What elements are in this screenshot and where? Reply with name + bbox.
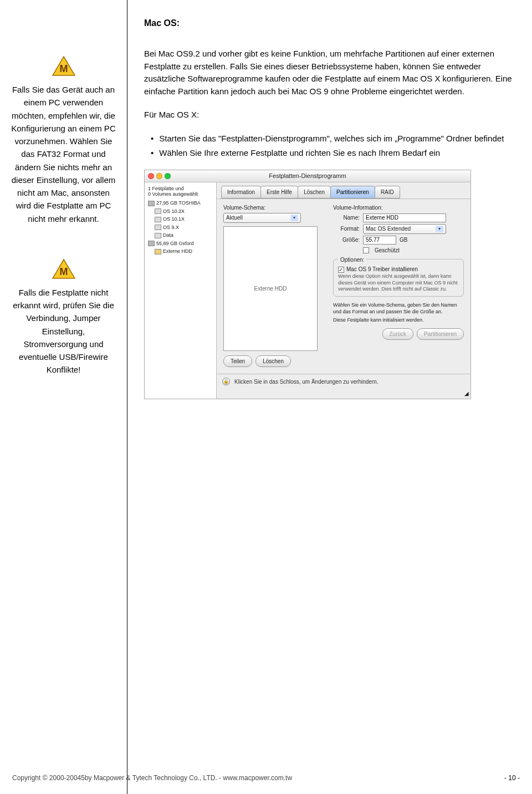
bullet-2: Wählen Sie Ihre externe Festplatte und r… — [159, 147, 440, 160]
device-row[interactable]: 27,95 GB TOSHIBA — [148, 200, 213, 207]
volume-row[interactable]: OS 10.1X — [155, 216, 213, 223]
section-heading: Mac OS: — [144, 17, 520, 30]
format-select[interactable]: Mac OS Extended▾ — [363, 224, 446, 234]
sidebar-note-1: Falls Sie das Gerät auch an einem PC ver… — [10, 83, 117, 225]
volume-icon — [155, 249, 161, 255]
volume-icon — [155, 233, 161, 238]
resize-handle-icon[interactable]: ◢ — [217, 389, 470, 399]
hint-text-2: Diese Festplatte kann initialisiert werd… — [333, 317, 464, 324]
delete-button[interactable]: Löschen — [255, 355, 291, 367]
selection-summary: 1 Festplatte und0 Volumes ausgewählt — [148, 186, 213, 198]
volume-icon — [155, 208, 161, 214]
volume-icon — [155, 217, 161, 222]
tab-raid[interactable]: RAID — [375, 186, 400, 198]
volume-row[interactable]: OS 9.X — [155, 224, 213, 232]
page-number: - 10 - — [504, 774, 520, 782]
sidebar-note-2: Falls die Festplatte nicht erkannt wird,… — [10, 286, 117, 376]
options-title: Optionen: — [338, 257, 366, 263]
name-label: Name: — [333, 213, 360, 222]
bullet-icon: • — [151, 133, 154, 145]
size-input[interactable] — [363, 236, 396, 245]
tab-information[interactable]: Information — [221, 186, 261, 198]
size-unit: GB — [400, 236, 407, 244]
lock-text: Klicken Sie in das Schloss, um Änderunge… — [234, 378, 378, 386]
svg-text:M: M — [59, 266, 68, 277]
tab-loeschen[interactable]: Löschen — [298, 186, 331, 198]
chevron-updown-icon: ▾ — [436, 226, 443, 232]
volume-schema-label: Volume-Schema: — [223, 203, 329, 212]
format-label: Format: — [333, 225, 360, 233]
svg-text:M: M — [59, 63, 68, 74]
drive-icon — [148, 201, 155, 206]
volume-info-label: Volume-Information: — [333, 203, 464, 212]
volume-icon — [155, 225, 161, 230]
volume-row[interactable]: OS 10.2X — [155, 208, 213, 216]
protected-label: Geschützt — [375, 246, 400, 255]
os9-driver-desc: Wenn diese Option nicht ausgewählt ist, … — [338, 273, 459, 293]
partition-button[interactable]: Partitionieren — [417, 328, 464, 340]
lock-icon[interactable]: 🔒 — [222, 378, 230, 385]
name-input[interactable] — [363, 213, 446, 222]
chevron-updown-icon: ▾ — [290, 215, 298, 221]
back-button[interactable]: Zurück — [382, 328, 414, 340]
disk-utility-window: Festplatten-Dienstprogramm 1 Festplatte … — [144, 170, 471, 399]
window-title: Festplatten-Dienstprogramm — [145, 171, 470, 181]
volume-row[interactable]: Externe HDD — [155, 248, 213, 256]
size-label: Größe: — [333, 236, 360, 244]
os9-driver-checkbox[interactable] — [338, 267, 344, 273]
paragraph-intro: Bei Mac OS9.2 und vorher gibt es keine F… — [144, 48, 520, 98]
drive-icon — [148, 241, 155, 246]
volume-schema-select[interactable]: Aktuell▾ — [223, 213, 301, 223]
volume-row[interactable]: Data — [155, 232, 213, 240]
os9-driver-label: Mac OS 9 Treiber installieren — [346, 266, 418, 272]
bullet-icon: • — [151, 147, 154, 160]
footer-copyright: Copyright © 2000-20045by Macpower & Tyte… — [12, 774, 292, 782]
split-button[interactable]: Teilen — [223, 355, 252, 367]
partition-preview[interactable]: Externe HDD — [223, 226, 318, 351]
device-row[interactable]: 55,89 GB Oxford — [148, 240, 213, 248]
paragraph-osx-label: Für Mac OS X: — [144, 109, 520, 121]
tab-erste-hilfe[interactable]: Erste Hilfe — [260, 186, 298, 198]
warning-icon: M — [52, 258, 76, 281]
hint-text-1: Wählen Sie ein Volume-Schema, geben Sie … — [333, 302, 464, 315]
warning-icon: M — [52, 55, 76, 78]
tab-partitionieren[interactable]: Partitionieren — [330, 186, 375, 198]
protected-checkbox[interactable] — [363, 247, 369, 253]
bullet-1: Starten Sie das "Festplatten-Dienstprogr… — [159, 133, 504, 145]
